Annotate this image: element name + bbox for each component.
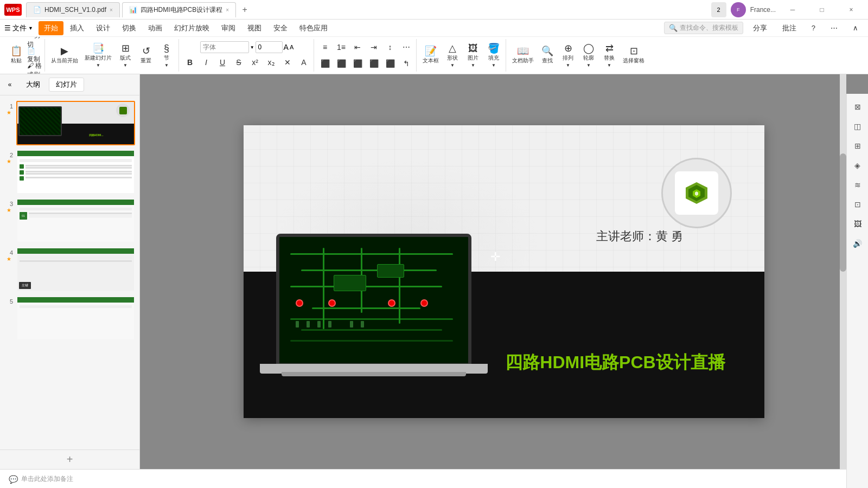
bold-button[interactable]: B xyxy=(182,55,197,69)
tab-pdf-close[interactable]: × xyxy=(110,7,113,13)
file-menu[interactable]: 文件 xyxy=(12,23,27,33)
copy-button[interactable]: 📄 复制 xyxy=(27,48,42,62)
menu-security[interactable]: 安全 xyxy=(268,21,293,35)
doc-assistant-button[interactable]: 📖 文档助手 xyxy=(509,41,537,69)
close-button[interactable]: × xyxy=(839,0,864,20)
menu-animation[interactable]: 动画 xyxy=(143,21,168,35)
right-tool-2[interactable]: ◫ xyxy=(849,118,866,135)
textbox-button[interactable]: 📝 文本框 xyxy=(420,41,442,69)
slide-item-2[interactable]: 2 ★ xyxy=(3,149,136,195)
user-avatar[interactable]: F xyxy=(731,2,746,17)
collapse-ribbon[interactable]: ∧ xyxy=(847,21,864,35)
more-button[interactable]: ⋯ xyxy=(825,21,843,35)
strikethrough-button[interactable]: S xyxy=(231,55,246,69)
slide-add-button[interactable]: + xyxy=(0,450,139,469)
slide-item-3[interactable]: 3 ★ 01 xyxy=(3,197,136,244)
slide-thumb-4[interactable]: 左键 xyxy=(16,247,135,292)
align-center-button[interactable]: ⬛ xyxy=(334,56,349,70)
align-left-button[interactable]: ⬛ xyxy=(317,56,333,70)
indent-increase-button[interactable]: ⇥ xyxy=(366,40,381,54)
menu-transition[interactable]: 切换 xyxy=(117,21,142,35)
menu-slideshow[interactable]: 幻灯片放映 xyxy=(169,21,215,35)
shape-button[interactable]: △ 形状 ▼ xyxy=(443,41,462,69)
menu-view[interactable]: 视图 xyxy=(242,21,267,35)
indent-decrease-button[interactable]: ⇤ xyxy=(350,40,365,54)
number-list-button[interactable]: 1≡ xyxy=(334,40,349,54)
subscript-button[interactable]: x₂ xyxy=(264,55,279,69)
slide-tab[interactable]: 幻灯片 xyxy=(49,78,84,92)
vertical-scrollbar[interactable] xyxy=(840,74,846,469)
slide-thumb-5[interactable] xyxy=(16,296,135,341)
paste-button[interactable]: 📋 粘贴 xyxy=(7,41,26,69)
right-tool-5[interactable]: ≋ xyxy=(849,176,866,194)
menu-insert[interactable]: 插入 xyxy=(65,21,90,35)
outline-button[interactable]: ◯ 轮廓 ▼ xyxy=(579,41,598,69)
arrange-button[interactable]: ⊕ 排列 ▼ xyxy=(558,41,578,69)
tab-pdf[interactable]: 📄 HDMI_SCH_V1.0.pdf × xyxy=(26,2,120,17)
menu-special[interactable]: 特色应用 xyxy=(294,21,333,35)
slide-item-1[interactable]: 1 ★ 四路HDMI... xyxy=(3,100,136,146)
notes-bar[interactable]: 💬 单击此处添加备注 xyxy=(0,469,868,488)
outline-tab[interactable]: 大纲 xyxy=(20,78,47,92)
text-dir-button[interactable]: ↰ xyxy=(399,56,414,70)
more-paragraph-button[interactable]: ⋯ xyxy=(399,40,414,54)
tab-ppt[interactable]: 📊 四路HDMI电路PCB设计课程 × xyxy=(122,2,236,17)
new-slide-button[interactable]: 📑 新建幻灯片 ▼ xyxy=(82,41,114,69)
bullet-list-button[interactable]: ≡ xyxy=(317,40,333,54)
right-tool-3[interactable]: ⊞ xyxy=(849,137,866,155)
menu-design[interactable]: 设计 xyxy=(91,21,116,35)
select-pane-button[interactable]: ⊡ 选择窗格 xyxy=(620,41,647,69)
image-label: 图片 xyxy=(468,54,478,62)
align-justify-button[interactable]: ⬛ xyxy=(366,56,381,70)
slide-canvas: 主讲老师：黄 勇 四路HDMI电路PCB设计直播 xyxy=(244,125,764,418)
slide-item-4[interactable]: 4 ★ 左键 xyxy=(3,246,136,293)
tab-add-button[interactable]: + xyxy=(238,3,251,16)
menu-start[interactable]: 开始 xyxy=(39,21,63,35)
vertical-scroll-thumb[interactable] xyxy=(840,153,846,272)
menu-review[interactable]: 审阅 xyxy=(216,21,241,35)
right-tool-1[interactable]: ⊠ xyxy=(849,98,866,115)
slide-thumb-1[interactable]: 四路HDMI... xyxy=(16,101,135,145)
canvas-area[interactable]: 主讲老师：黄 勇 四路HDMI电路PCB设计直播 xyxy=(140,74,868,469)
right-tool-6[interactable]: ⊡ xyxy=(849,196,866,213)
format-brush-button[interactable]: 🖌 格式刷 xyxy=(27,63,42,74)
right-tool-8[interactable]: 🔊 xyxy=(849,235,866,252)
font-size-up[interactable]: A xyxy=(284,43,289,52)
font-name-input[interactable] xyxy=(200,41,249,53)
underline-button[interactable]: U xyxy=(215,55,230,69)
clear-format-button[interactable]: ✕ xyxy=(280,55,295,69)
replace-button[interactable]: ⇄ 替换 ▼ xyxy=(599,41,619,69)
find-button[interactable]: 🔍 查找 xyxy=(538,41,557,69)
col-button[interactable]: ⬛ xyxy=(382,56,398,70)
tab-ppt-close[interactable]: × xyxy=(226,7,229,13)
menu-toggle[interactable]: ☰ 文件 ▼ xyxy=(4,23,33,33)
sidebar-collapse-button[interactable]: « xyxy=(4,79,15,90)
share-button[interactable]: 分享 xyxy=(748,21,773,35)
help-button[interactable]: ? xyxy=(806,21,821,35)
align-right-button[interactable]: ⬛ xyxy=(350,56,365,70)
image-button[interactable]: 🖼 图片 ▼ xyxy=(463,41,483,69)
reset-button[interactable]: ↺ 重置 xyxy=(136,41,156,69)
fill-button[interactable]: 🪣 填充 ▼ xyxy=(484,41,503,69)
layout-button[interactable]: ⊞ 版式 ▼ xyxy=(116,41,135,69)
right-tool-7[interactable]: 🖼 xyxy=(849,215,866,233)
comment-button[interactable]: 批注 xyxy=(777,21,802,35)
right-tool-4[interactable]: ◈ xyxy=(849,157,866,174)
slide-thumb-3[interactable]: 01 xyxy=(16,198,135,243)
start-slideshow-button[interactable]: ▶ 从当前开始 xyxy=(48,41,81,69)
font-color-button[interactable]: A xyxy=(296,55,311,69)
font-name-arrow[interactable]: ▼ xyxy=(250,45,254,50)
search-box[interactable]: 🔍 查找命令、搜索模板 xyxy=(664,22,743,34)
font-size-input[interactable] xyxy=(256,41,283,53)
slide-thumb-2[interactable] xyxy=(16,150,135,194)
minimize-button[interactable]: ─ xyxy=(780,0,805,20)
section-button[interactable]: § 节 ▼ xyxy=(157,41,176,69)
notification-button[interactable]: 2 xyxy=(711,2,726,17)
line-spacing-button[interactable]: ↕ xyxy=(382,40,398,54)
slide-item-5[interactable]: 5 ★ xyxy=(3,295,136,342)
maximize-button[interactable]: □ xyxy=(809,0,834,20)
superscript-button[interactable]: x² xyxy=(247,55,263,69)
cut-button[interactable]: ✂ 剪切 xyxy=(27,37,42,47)
italic-button[interactable]: I xyxy=(199,55,214,69)
font-size-down[interactable]: A xyxy=(290,44,293,50)
